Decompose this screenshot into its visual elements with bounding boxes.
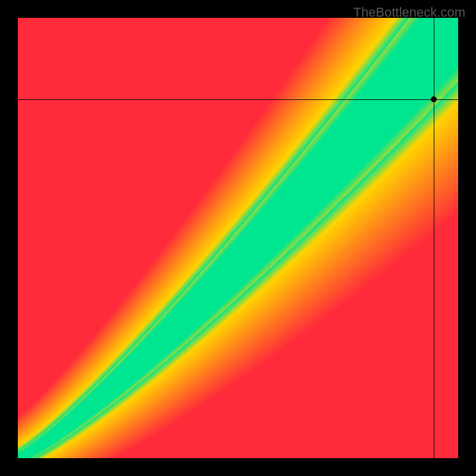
heatmap-canvas <box>18 18 458 458</box>
crosshair-vertical <box>434 18 434 458</box>
heatmap-plot-area <box>18 18 458 458</box>
crosshair-horizontal <box>18 99 458 100</box>
attribution-text: TheBottleneck.com <box>353 5 465 20</box>
marker-dot <box>431 96 437 102</box>
